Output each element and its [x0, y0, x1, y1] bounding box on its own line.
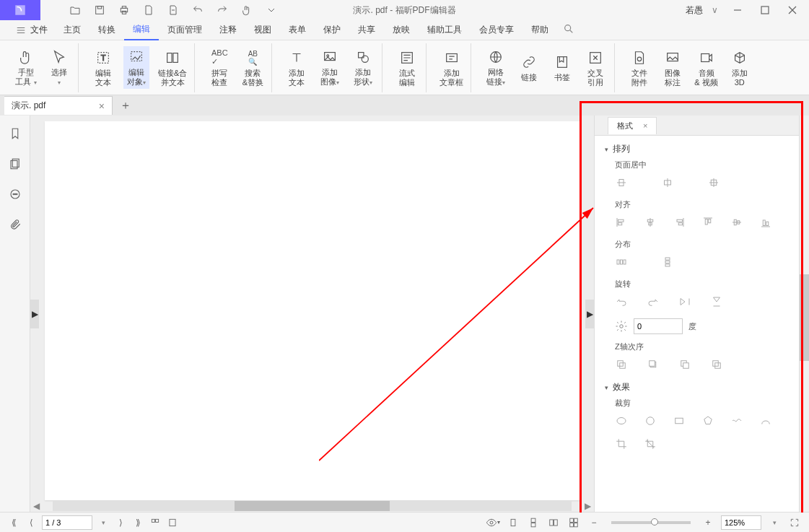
crop-free-icon[interactable]	[644, 437, 657, 450]
spell-check-button[interactable]: ABC✓拼写 检查	[206, 47, 232, 89]
maximize-button[interactable]	[754, 0, 776, 20]
crop-oval-icon[interactable]	[615, 414, 628, 427]
add-shape-button[interactable]: 添加 形状▾	[350, 46, 376, 89]
select-button[interactable]: 选择▾	[46, 46, 72, 89]
attachments-panel-icon[interactable]	[9, 218, 22, 231]
redo-icon[interactable]	[217, 4, 228, 16]
edit-text-button[interactable]: T编辑 文本	[90, 47, 116, 89]
zoom-slider[interactable]	[611, 521, 691, 524]
align-middle-icon[interactable]	[730, 216, 743, 229]
layout-continuous-facing-icon[interactable]	[567, 515, 581, 530]
align-left-icon[interactable]	[615, 216, 628, 229]
format-tab[interactable]: 格式 ×	[608, 117, 657, 134]
page-chev-icon[interactable]: ▾	[97, 516, 110, 529]
first-page-button[interactable]: ⟪	[7, 516, 20, 529]
last-page-button[interactable]: ⟫	[131, 516, 144, 529]
fullscreen-icon[interactable]	[787, 515, 802, 530]
image-annot-button[interactable]: 图像 标注	[660, 47, 686, 89]
link-button[interactable]: 链接	[516, 51, 542, 84]
collapse-left-button[interactable]: ▶	[30, 300, 39, 328]
align-bottom-icon[interactable]	[759, 216, 772, 229]
eye-icon[interactable]: ▾	[486, 515, 500, 530]
layout-facing-icon[interactable]	[546, 515, 561, 530]
send-backward-icon[interactable]	[678, 358, 691, 371]
bring-front-icon[interactable]	[615, 358, 628, 371]
rotate-degree-input[interactable]	[634, 318, 683, 334]
align-top-icon[interactable]	[701, 216, 714, 229]
file-menu[interactable]: 文件	[9, 24, 55, 36]
menu-accessibility[interactable]: 辅助工具	[419, 20, 471, 40]
add-image-button[interactable]: 添加 图像▾	[317, 46, 343, 89]
crop-polygon-icon[interactable]	[701, 414, 714, 427]
menu-comment[interactable]: 注释	[211, 20, 245, 40]
crop-tool-icon[interactable]	[615, 437, 628, 450]
crop-circle-icon[interactable]	[644, 414, 657, 427]
menu-form[interactable]: 表单	[280, 20, 315, 40]
center-both-icon[interactable]	[707, 176, 720, 189]
menu-share[interactable]: 共享	[349, 20, 384, 40]
bookmarks-icon[interactable]	[166, 516, 179, 529]
weblink-button[interactable]: 网络 链接▾	[483, 46, 509, 89]
zoom-out-button[interactable]: −	[587, 515, 601, 530]
hand-tool-button[interactable]: 手型 工具 ▾	[13, 46, 39, 89]
zoom-chev-icon[interactable]: ▾	[767, 515, 782, 530]
bring-forward-icon[interactable]	[647, 358, 660, 371]
collapse-right-button[interactable]: ▶	[585, 300, 594, 328]
attachment-button[interactable]: 文件 附件	[626, 47, 652, 89]
menu-home[interactable]: 主页	[55, 20, 89, 40]
zoom-in-button[interactable]: +	[701, 515, 715, 530]
more-icon[interactable]	[266, 4, 277, 16]
pdf-page[interactable]	[45, 121, 580, 500]
minimize-button[interactable]	[727, 0, 748, 20]
doc2-icon[interactable]	[167, 4, 179, 16]
open-icon[interactable]	[69, 4, 81, 16]
menu-help[interactable]: 帮助	[522, 20, 557, 40]
layout-continuous-icon[interactable]	[526, 515, 541, 530]
menu-view[interactable]: 视图	[245, 20, 280, 40]
menu-slideshow[interactable]: 放映	[384, 20, 419, 40]
crop-wave-icon[interactable]	[730, 414, 743, 427]
menu-convert[interactable]: 转换	[89, 20, 124, 40]
edit-object-button[interactable]: 编辑 对象▾	[123, 46, 149, 89]
menu-edit[interactable]: 编辑	[124, 20, 159, 40]
add-3d-button[interactable]: 添加 3D	[727, 47, 753, 89]
rotate-cw-icon[interactable]	[647, 295, 660, 308]
menu-protect[interactable]: 保护	[315, 20, 349, 40]
zoom-input[interactable]	[721, 515, 761, 530]
horizontal-scrollbar[interactable]: ◀ ▶	[30, 500, 594, 512]
layout-single-icon[interactable]	[506, 515, 520, 530]
crop-rect-icon[interactable]	[673, 414, 686, 427]
distribute-h-icon[interactable]	[615, 256, 628, 269]
pages-panel-icon[interactable]	[9, 157, 22, 170]
effects-section-header[interactable]: ▾效果	[605, 381, 789, 393]
arrange-section-header[interactable]: ▾排列	[605, 143, 789, 155]
add-text-button[interactable]: 添加 文本	[284, 47, 310, 89]
search-replace-button[interactable]: AB🔍搜索 &替换	[240, 47, 266, 89]
save-icon[interactable]	[94, 4, 105, 16]
document-tab[interactable]: 演示. pdf ×	[4, 96, 113, 115]
close-button[interactable]	[782, 0, 803, 20]
rotate-ccw-icon[interactable]	[615, 295, 628, 308]
tab-close-icon[interactable]: ×	[99, 100, 105, 112]
textbox-button[interactable]: 添加 文章框	[438, 47, 465, 89]
bookmark-button[interactable]: 书签	[549, 51, 575, 84]
align-center-h-icon[interactable]	[644, 216, 657, 229]
flip-v-icon[interactable]	[710, 295, 723, 308]
doc1-icon[interactable]	[143, 4, 154, 16]
comments-panel-icon[interactable]	[9, 188, 22, 201]
hscroll-thumb[interactable]	[235, 501, 390, 511]
crossref-button[interactable]: 交叉 引用	[582, 47, 608, 89]
user-label[interactable]: 若愚	[686, 4, 703, 17]
distribute-v-icon[interactable]	[661, 256, 674, 269]
page-input[interactable]	[42, 515, 92, 530]
send-back-icon[interactable]	[710, 358, 723, 371]
print-icon[interactable]	[118, 4, 130, 16]
menu-vip[interactable]: 会员专享	[471, 20, 522, 40]
hand-drop-icon[interactable]	[241, 4, 253, 16]
reflow-edit-button[interactable]: 流式 编辑	[394, 47, 420, 89]
align-right-icon[interactable]	[673, 216, 686, 229]
link-merge-button[interactable]: 链接&合 并文本	[157, 47, 188, 89]
format-tab-close-icon[interactable]: ×	[643, 121, 647, 130]
center-v-icon[interactable]	[661, 176, 674, 189]
crop-curve-icon[interactable]	[759, 414, 772, 427]
